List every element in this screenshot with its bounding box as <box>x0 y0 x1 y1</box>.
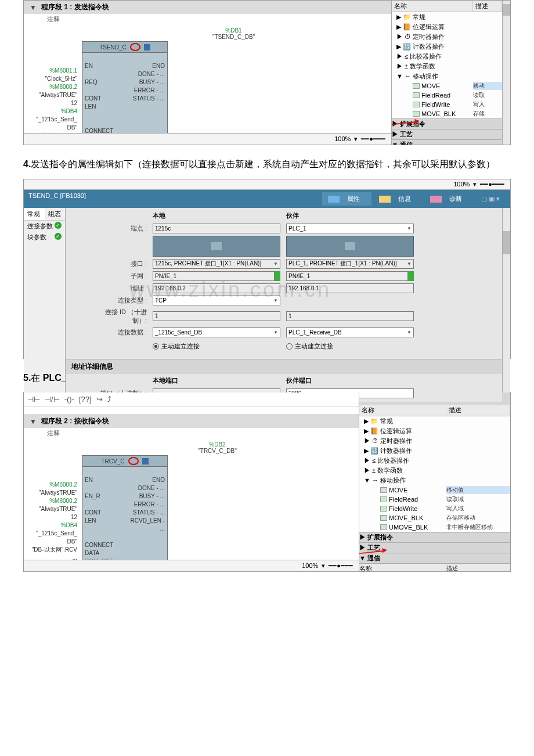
fb-tsend-c[interactable]: TSEND_C EN REQ CONT LEN <box>82 41 168 145</box>
tree-item[interactable]: ▶ ± 数学函数 <box>359 466 510 476</box>
sidebar-item-blockparams[interactable]: 块参数✓ <box>24 232 65 243</box>
toolbar-button[interactable]: ⊣⊢ <box>27 395 40 404</box>
pins-right: ENO DONE - ... BUSY - ... ERROR - ... ST… <box>125 467 167 567</box>
scrollbar[interactable] <box>502 1 510 145</box>
tree-item[interactable]: ▶ 扩展指令 <box>359 532 510 542</box>
zoom-dropdown-icon[interactable]: ▾ <box>354 135 358 143</box>
instruction-icon <box>413 92 420 98</box>
tree-item[interactable]: ▶ 🔢 计数器操作 <box>392 42 502 52</box>
segment-prefix: 程序段 1 <box>41 3 68 11</box>
tree-item[interactable]: ▶ 📙 位逻辑运算 <box>392 22 502 32</box>
inspector-titlebar: TSEND_C [FB1030] 属性 信息 诊断 ▢ ▣ ▾ <box>24 190 510 208</box>
tree-item[interactable]: UMOVE_BLK非中断存储区移动 <box>359 523 510 532</box>
link-icon <box>408 271 414 281</box>
endpoint-partner[interactable]: PLC_1▼ <box>286 224 414 233</box>
conndata-local[interactable]: _1215c_Send_DB▼ <box>153 327 280 337</box>
tree-item[interactable]: ▼ ↔ 移动操作 <box>359 476 510 485</box>
window-controls[interactable]: ▢ ▣ ▾ <box>475 194 506 204</box>
inspector-title: TSEND_C [FB1030] <box>28 192 86 206</box>
collapse-icon[interactable]: ▼ <box>30 417 37 426</box>
connid-partner: 1 <box>286 311 414 321</box>
zoom-dropdown-icon[interactable]: ▾ <box>473 181 477 188</box>
tree-item[interactable]: FieldRead读取 <box>392 91 502 100</box>
segment-title: 发送指令块 <box>74 3 109 11</box>
tree-item[interactable]: ▶ 📙 位逻辑运算 <box>359 426 510 436</box>
tree-item[interactable]: FieldWrite写入域 <box>359 504 510 513</box>
pins-left: EN REQ CONT LEN CONNECT DATA COM_RST <box>82 53 125 145</box>
zoom-bar: 100% ▾ ━━●━━━ <box>24 133 391 145</box>
ladder-toolbar: ⊣⊢⊣/⊢-()- [??]↪⤴ <box>24 393 359 406</box>
tree-item[interactable]: FieldWrite写入 <box>392 100 502 109</box>
zoom-value: 100% <box>334 135 351 143</box>
link-icon <box>275 271 280 281</box>
tree-item[interactable]: FieldRead读取域 <box>359 495 510 504</box>
fb-trcv-c[interactable]: TRCV_C EN EN_R CONT LEN <box>82 455 168 567</box>
segment-title: 接收指令块 <box>74 417 109 425</box>
tree-item[interactable]: ▶ ± 数学函数 <box>392 62 502 71</box>
tree-item[interactable]: ▶ ≤ 比较器操作 <box>359 456 510 466</box>
zoom-value: 100% <box>453 181 470 188</box>
zoom-slider[interactable]: ━━●━━━ <box>329 562 353 570</box>
tree-item[interactable]: ▶ 扩展指令 <box>392 118 502 129</box>
config-icon[interactable] <box>144 44 150 51</box>
toolbar-button[interactable]: ⊣/⊢ <box>45 395 60 404</box>
collapse-icon[interactable]: ▼ <box>30 3 37 12</box>
segment-header[interactable]: ▼ 程序段 1 : 发送指令块 <box>24 1 391 14</box>
status-ok-icon: ✓ <box>55 233 62 240</box>
instance-db: %DB1 "TSEND_C_DB" <box>82 27 385 40</box>
block-name: TRCV_C <box>101 458 124 465</box>
red-circle-annotation <box>130 43 140 51</box>
conndata-partner[interactable]: PLC_1_Receive_DB▼ <box>286 327 414 337</box>
instruction-icon <box>413 111 420 117</box>
scrollbar[interactable] <box>502 208 510 402</box>
instruction-tree: ▾基本指令 名称描述 ▶ 📁 常规▶ 📙 位逻辑运算▶ ⏱ 定时器操作▶ 🔢 计… <box>359 393 510 571</box>
segment-comment: 注释 <box>24 428 359 439</box>
toolbar-button[interactable]: ⤴ <box>107 395 111 404</box>
sidebar-tab-general[interactable]: 常规 <box>24 208 45 221</box>
zoom-slider[interactable]: ━━●━━━ <box>480 181 504 188</box>
toolbar-button[interactable]: [??] <box>79 395 92 404</box>
tree-item[interactable]: MOVE移动 <box>392 81 502 91</box>
instruction-icon <box>413 83 420 89</box>
sidebar-item-connection[interactable]: 连接参数✓ <box>24 221 65 232</box>
zoom-bar: 100% ▾ ━━●━━━ <box>24 560 359 571</box>
radio-active-local[interactable]: 主动建立连接 <box>153 342 280 351</box>
status-ok-icon: ✓ <box>55 222 62 229</box>
screenshot-ladder-recv: ⊣⊢⊣/⊢-()- [??]↪⤴ ▼ 程序段 2 : 接收指令块 注释 %DB2… <box>23 392 511 572</box>
tree-item[interactable]: ▶ ⏱ 定时器操作 <box>359 436 510 446</box>
tree-item[interactable]: MOVE_BLK存储 <box>392 109 502 118</box>
config-icon[interactable] <box>142 458 149 465</box>
connid-local: 1 <box>153 311 280 321</box>
tree-item[interactable]: ▶ 📁 常规 <box>359 416 510 426</box>
sidebar-tab-config[interactable]: 组态 <box>45 208 66 221</box>
chevron-down-icon: ▼ <box>407 226 412 231</box>
radio-active-partner[interactable]: 主动建立连接 <box>286 342 414 351</box>
segment-header[interactable]: ▼ 程序段 2 : 接收指令块 <box>24 415 359 428</box>
instruction-icon <box>380 506 387 512</box>
conntype[interactable]: TCP▼ <box>153 296 280 305</box>
zoom-slider[interactable]: ━━●━━━ <box>361 135 385 143</box>
tree-item[interactable]: ▼ 通信 <box>359 553 510 563</box>
zoom-dropdown-icon[interactable]: ▾ <box>322 562 325 570</box>
tree-item[interactable]: ▶ 工艺 <box>392 129 502 139</box>
toolbar-button[interactable]: -()- <box>64 395 74 404</box>
tree-item[interactable]: ▶ ⏱ 定时器操作 <box>392 32 502 42</box>
tree-item[interactable]: MOVE移动值 <box>359 485 510 495</box>
col-desc: 描述 <box>473 1 502 12</box>
screenshot-properties: 100% ▾ ━━●━━━ TSEND_C [FB1030] 属性 信息 诊断 … <box>23 179 511 359</box>
tree-item[interactable]: ▶ ≤ 比较器操作 <box>392 52 502 62</box>
toolbar-button[interactable]: ↪ <box>96 395 103 404</box>
interface-partner[interactable]: PLC_1, PROFINET 接口_1[X1 : PN(LAN)]▼ <box>286 259 414 269</box>
tree-item[interactable]: ▼ ↔ 移动操作 <box>392 71 502 81</box>
tree-item[interactable]: ▶ 🔢 计数器操作 <box>359 446 510 456</box>
instruction-icon <box>380 515 387 521</box>
tab-info[interactable]: 信息 <box>373 192 423 206</box>
tree-item[interactable]: ▶ 📁 常规 <box>392 12 502 22</box>
interface-local[interactable]: 1215c, PROFINET 接口_1[X1 : PN(LAN)]▼ <box>153 259 280 269</box>
tab-diagnostics[interactable]: 诊断 <box>424 192 474 206</box>
zoom-value: 100% <box>302 562 318 570</box>
tree-item[interactable]: MOVE_BLK存储区移动 <box>359 513 510 523</box>
section-address-details: 地址详细信息 <box>66 359 502 374</box>
tree-item[interactable]: ▼ 通信 <box>392 139 502 145</box>
tab-properties[interactable]: 属性 <box>322 192 371 206</box>
